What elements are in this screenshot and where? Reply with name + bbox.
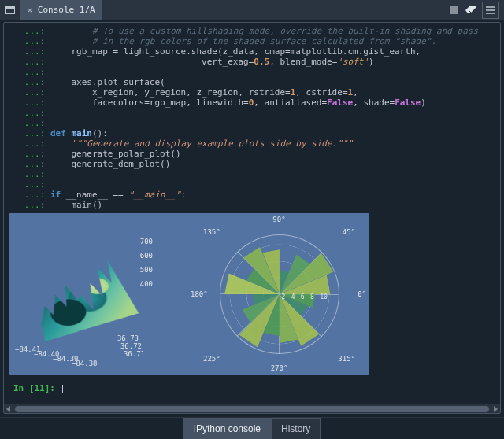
cursor [62,385,63,393]
horizontal-scrollbar[interactable] [4,404,500,413]
ang-label: 90° [272,215,285,225]
surface3d-plot: 700 600 500 400 −84.41 −84.40 −84.39 −84… [9,213,189,375]
r-tick: 8 [310,292,314,302]
tab-right-controls [447,0,504,20]
options-menu-button[interactable] [482,2,499,19]
tab-history[interactable]: History [271,418,321,439]
prompt-label: In [11]: [13,383,61,393]
z-tick: 400 [140,279,153,290]
stop-icon [450,6,458,14]
z-tick: 600 [140,251,153,261]
r-tick: 2 [282,292,286,302]
polar-plot: 2 4 6 8 10 0° 45° 90° 135° 180° 225° 270… [189,213,369,375]
console-output[interactable]: ...: # To use a custom hillshading mode,… [4,23,500,404]
z-tick: 700 [140,237,153,247]
console-pane: ...: # To use a custom hillshading mode,… [3,22,501,414]
input-prompt[interactable]: In [11]: [9,380,495,398]
r-tick: 4 [291,292,295,302]
ang-label: 180° [191,290,208,300]
tab-ipython-console[interactable]: IPython console [183,418,271,439]
clear-button[interactable] [465,4,477,17]
x-tick: −84.38 [72,359,98,369]
r-tick: 6 [301,292,305,302]
svg-rect-1 [6,7,15,9]
bottom-tab-bar: IPython console History [0,417,504,439]
hamburger-icon [486,6,495,14]
surface-blob [29,260,142,341]
ang-label: 315° [338,354,355,364]
ang-label: 45° [343,227,355,238]
code-listing: ...: # To use a custom hillshading mode,… [9,26,495,210]
ang-label: 225° [203,354,220,364]
console-tab-label: Console 1/A [38,5,95,15]
scrollbar-thumb[interactable] [15,406,489,412]
r-tick: 10 [320,292,328,302]
eraser-icon [465,6,476,14]
tab-bar: × Console 1/A [0,0,504,20]
svg-rect-2 [450,6,458,14]
console-tab[interactable]: × Console 1/A [20,0,102,20]
ang-label: 0° [358,290,366,300]
ang-label: 135° [203,227,220,238]
browse-icon [5,6,15,14]
close-tab-icon[interactable]: × [27,4,33,16]
inline-plot-output: 700 600 500 400 −84.41 −84.40 −84.39 −84… [9,213,369,375]
y-tick: 36.71 [124,349,145,360]
ang-label: 270° [271,363,288,374]
z-tick: 500 [140,265,153,275]
stop-button[interactable] [447,4,460,17]
browse-tabs-button[interactable] [0,0,20,20]
